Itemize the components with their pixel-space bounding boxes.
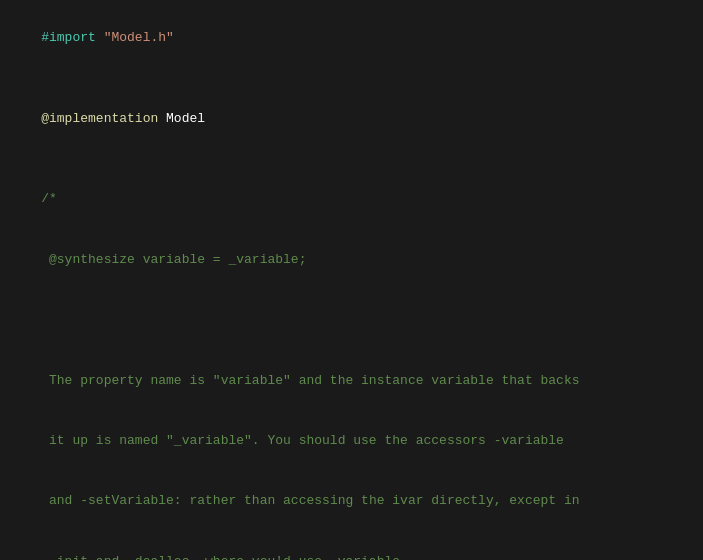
comment-open: /* — [41, 191, 57, 206]
comment-text-4: -init and -dealloc, where you'd use _var… — [41, 554, 408, 560]
line-implementation: @implementation Model — [10, 89, 693, 149]
comment-text-3: and -setVariable: — [41, 493, 189, 508]
comment-blank — [41, 312, 49, 327]
comment-synthesize: @synthesize variable = _variable; — [41, 252, 306, 267]
line-1: #import "Model.h" — [10, 8, 693, 68]
line-comment-open: /* — [10, 169, 693, 229]
class-name: Model — [166, 111, 205, 126]
comment-text-2: it up is named "_variable". You should u… — [41, 433, 564, 448]
line-blank-1 — [10, 68, 693, 88]
line-comment-4: -init and -dealloc, where you'd use _var… — [10, 532, 693, 560]
code-editor: #import "Model.h" @implementation Model … — [0, 0, 703, 560]
line-comment-3: and -setVariable: rather than accessing … — [10, 471, 693, 531]
import-string: "Model.h" — [104, 30, 174, 45]
comment-text-1: The property name is "variable" and the … — [41, 373, 579, 388]
line-comment-1: The property name is "variable" and the … — [10, 350, 693, 410]
comment-text-3b: than accessing the ivar directly, except… — [236, 493, 579, 508]
line-comment-2: it up is named "_variable". You should u… — [10, 411, 693, 471]
line-blank-comment-1 — [10, 290, 693, 350]
line-synthesize-comment: @synthesize variable = _variable; — [10, 230, 693, 290]
line-blank-2 — [10, 149, 693, 169]
rather-word: rather — [189, 493, 236, 508]
preprocessor-directive: #import — [41, 30, 103, 45]
at-implementation: @implementation — [41, 111, 166, 126]
